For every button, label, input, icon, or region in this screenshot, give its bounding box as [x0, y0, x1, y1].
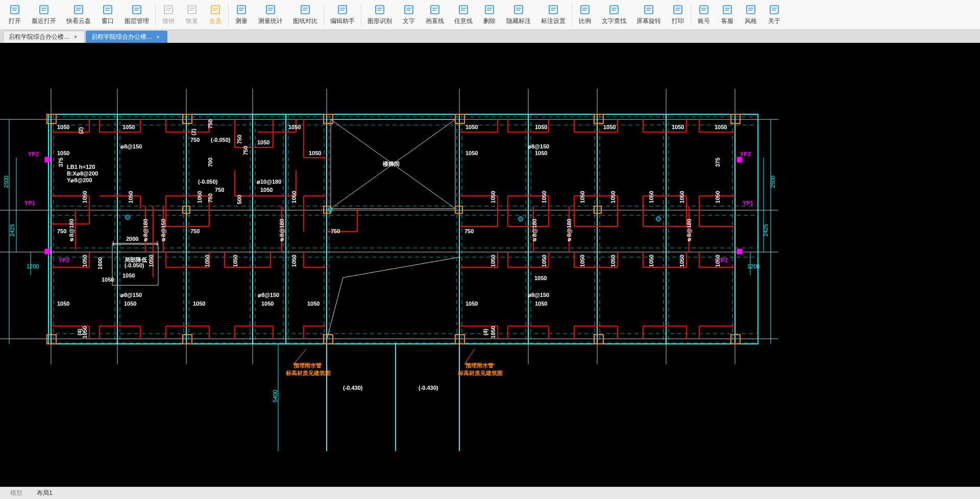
vip-button[interactable]: 会员 — [204, 2, 227, 28]
dim: 1050 — [579, 255, 585, 267]
style-button[interactable]: 风格 — [739, 2, 763, 28]
dim: 1050 — [610, 191, 616, 203]
ypz: YPZ — [28, 151, 39, 157]
dim: 1050 — [490, 255, 496, 267]
ratio-button[interactable]: 比例 — [573, 2, 597, 28]
redo-button[interactable]: 恢复 — [180, 2, 204, 28]
account-button[interactable]: 账号 — [692, 2, 716, 28]
dim: 750 — [242, 146, 249, 155]
svg-rect-72 — [723, 6, 731, 14]
dim: 1050 — [610, 255, 616, 267]
dim: 1050 — [465, 301, 478, 307]
redo-label: 恢复 — [186, 17, 198, 26]
ypz: YPZ — [740, 151, 751, 157]
ypz: YPZ — [59, 257, 69, 263]
about-button[interactable]: 关于 — [763, 2, 786, 28]
measurestat-icon — [264, 4, 277, 16]
cdim: 2425 — [763, 224, 769, 236]
compare-label: 图纸对比 — [293, 17, 317, 26]
freeline-label: 任意线 — [454, 17, 473, 26]
svg-rect-48 — [485, 6, 494, 14]
line-button[interactable]: 画直线 — [421, 2, 449, 28]
bottom-tabs: 模型 布局1 — [0, 487, 980, 499]
edithelper-label: 编辑助手 — [330, 17, 355, 26]
shaperec-button[interactable]: 图形识别 — [362, 2, 397, 28]
line-icon — [429, 4, 441, 16]
ypz: YPZ — [717, 257, 728, 263]
doc-tab-1[interactable]: 启程学院综合办公楼…× — [86, 31, 167, 43]
svg-rect-0 — [11, 6, 19, 14]
dim: 1050 — [82, 255, 88, 267]
hideannot-button[interactable]: 隐藏标注 — [501, 2, 536, 28]
layers-button[interactable]: 图层管理 — [119, 2, 154, 28]
measure-icon — [235, 4, 248, 16]
dim: 750 — [207, 193, 213, 203]
svg-rect-153 — [45, 157, 50, 162]
pipe-note-1b: 预埋雨水管 — [465, 362, 494, 369]
annotset-label: 标注设置 — [541, 17, 566, 26]
layout-tab[interactable]: 布局1 — [34, 488, 56, 498]
slab-lb1-2: B:X⌀8@200 — [67, 170, 98, 177]
edithelper-button[interactable]: 编辑助手 — [325, 2, 360, 28]
measure-button[interactable]: 测量 — [230, 2, 253, 28]
svg-rect-156 — [737, 249, 742, 254]
svg-rect-36 — [376, 6, 384, 14]
dim: 1050 — [57, 301, 69, 307]
svg-rect-54 — [549, 6, 557, 14]
close-tab-icon[interactable]: × — [157, 34, 160, 40]
cloud-button[interactable]: 快看云盘 — [61, 2, 96, 28]
cloud-icon — [72, 4, 85, 16]
dim: 1050 — [535, 301, 547, 307]
undo-button[interactable]: 撤销 — [157, 2, 180, 28]
snap-marker — [125, 215, 130, 220]
print-icon — [672, 4, 684, 16]
measurestat-label: 测量统计 — [258, 17, 283, 26]
about-label: 关于 — [768, 17, 780, 26]
svg-rect-57 — [581, 6, 589, 14]
model-tab[interactable]: 模型 — [7, 488, 26, 498]
annotset-button[interactable]: 标注设置 — [536, 2, 571, 28]
recent-button[interactable]: 最近打开 — [27, 2, 61, 28]
vip-icon — [209, 4, 222, 16]
cad-canvas[interactable]: 1050 1050 750 1050 1050 1050 1050 1050 1… — [0, 43, 980, 487]
open-button[interactable]: 打开 — [3, 2, 27, 28]
phi: ⌀8@180 — [531, 219, 537, 243]
dim: 1050 — [541, 255, 547, 267]
dim: 750 — [215, 187, 224, 193]
grid: (2) — [190, 129, 197, 135]
dim: 1050 — [541, 191, 547, 203]
rotate-label: 屏幕旋转 — [636, 17, 661, 26]
cs-icon — [721, 4, 733, 16]
svg-rect-78 — [770, 6, 778, 14]
dim: 1050 — [579, 191, 585, 203]
dim: 1050 — [465, 150, 478, 156]
svg-rect-39 — [405, 6, 413, 14]
dim: 1050 — [260, 187, 273, 193]
compare-button[interactable]: 图纸对比 — [288, 2, 323, 28]
doc-tab-label: 启程学院综合办公楼… — [91, 33, 153, 41]
dim: 700 — [207, 158, 213, 167]
svg-rect-66 — [674, 6, 682, 14]
text-button[interactable]: 文字 — [397, 2, 421, 28]
dim: 750 — [190, 137, 200, 143]
measurestat-button[interactable]: 测量统计 — [253, 2, 288, 28]
dim: 1050 — [679, 191, 685, 203]
cs-button[interactable]: 客服 — [716, 2, 739, 28]
rotate-button[interactable]: 屏幕旋转 — [631, 2, 666, 28]
svg-rect-139 — [324, 114, 333, 123]
pipe-note-2: 标高材质见建筑图 — [286, 369, 331, 377]
close-tab-icon[interactable]: × — [74, 34, 77, 40]
svg-rect-60 — [610, 6, 618, 14]
pipe-note-1: 预埋雨水管 — [293, 362, 322, 369]
freeline-button[interactable]: 任意线 — [449, 2, 478, 28]
findtext-button[interactable]: 文字查找 — [597, 2, 631, 28]
cdim: 5400 — [272, 390, 278, 402]
doc-tab-label: 启程学院综合办公楼… — [9, 33, 70, 41]
window-button[interactable]: 窗口 — [96, 2, 119, 28]
doc-tab-0[interactable]: 启程学院综合办公楼…× — [3, 31, 85, 43]
grid: (4) — [482, 329, 488, 335]
print-button[interactable]: 打印 — [666, 2, 690, 28]
delete-button[interactable]: 删除 — [478, 2, 501, 28]
text-icon — [403, 4, 415, 16]
rotate-icon — [643, 4, 655, 16]
